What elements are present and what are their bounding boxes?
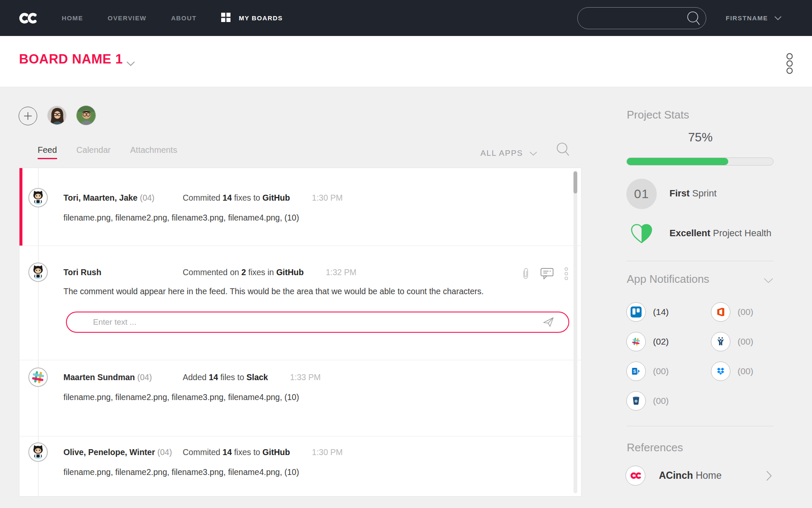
feed-item: Olive, Penelope, Winter (04) Commited 14… [19, 436, 581, 496]
notification-jira[interactable]: (00) [711, 332, 774, 351]
top-nav: HOME OVERVIEW ABOUT MY BOARDS FIRSTNAME [0, 0, 812, 36]
notification-bitbucket[interactable]: (00) [626, 391, 711, 411]
feed-list: Tori, Maarten, Jake (04) Commited 14 fix… [19, 168, 582, 497]
comment-input-box [66, 312, 569, 333]
tab-attachments[interactable]: Attachments [130, 145, 177, 159]
trello-icon [626, 302, 646, 322]
chevron-down-icon [529, 149, 537, 158]
nav-my-boards-label: MY BOARDS [239, 14, 283, 22]
svg-text:S: S [633, 369, 636, 374]
nav-item-my-boards[interactable]: MY BOARDS [221, 13, 283, 23]
nav-right: FIRSTNAME [577, 7, 782, 29]
jira-icon [711, 332, 730, 351]
reference-label: ACinch Home [659, 470, 721, 481]
bitbucket-icon [626, 391, 646, 411]
kebab-menu-icon[interactable] [564, 267, 568, 280]
boards-grid-icon [221, 13, 230, 23]
nav-item-about[interactable]: ABOUT [171, 14, 196, 22]
avatar [48, 106, 66, 125]
feed-authors: Olive, Penelope, Winter (04) [63, 447, 183, 458]
feed-files: filename.png, filename2.png, filename3.p… [19, 392, 581, 403]
app-page: HOME OVERVIEW ABOUT MY BOARDS FIRSTNAME [0, 0, 812, 508]
chevron-down-icon [774, 14, 782, 22]
feed-action: Commited 14 fixes to GitHub [183, 447, 290, 458]
project-health-label: Excellent Project Health [669, 228, 771, 239]
feed-action: Commited 14 fixes to GitHub [183, 192, 290, 203]
send-plane-icon[interactable] [543, 317, 554, 329]
progress-bar [626, 157, 774, 166]
acinch-logo-icon [625, 466, 645, 486]
member-avatar[interactable] [47, 106, 66, 125]
acinch-logo[interactable] [18, 11, 37, 26]
feed-timestamp: 1:30 PM [312, 192, 343, 203]
main-nav: HOME OVERVIEW ABOUT MY BOARDS [37, 13, 283, 23]
feed-scrollbar[interactable] [573, 171, 577, 493]
feed-timestamp: 1:33 PM [290, 372, 321, 383]
heart-icon [630, 223, 653, 246]
feed-item: Tori Rush Commented on 2 fixes in GitHub… [19, 246, 581, 360]
comment-bubble-icon[interactable] [540, 268, 554, 280]
apps-filter-label: ALL APPS [480, 149, 523, 158]
tab-calendar[interactable]: Calendar [77, 145, 111, 159]
app-notifications-grid: (14) (00) (02) [626, 302, 774, 411]
sprint-number-badge: 01 [626, 179, 657, 209]
apps-filter-dropdown[interactable]: ALL APPS [480, 149, 537, 158]
paperclip-icon[interactable] [521, 267, 530, 280]
feed-search-button[interactable] [556, 142, 570, 160]
reference-acinch-home[interactable]: ACinch Home [625, 466, 721, 486]
github-octocat-avatar [28, 188, 48, 207]
search-icon [556, 142, 570, 158]
feed-timestamp: 1:30 PM [312, 447, 343, 458]
notification-trello[interactable]: (14) [626, 302, 711, 322]
nav-item-home[interactable]: HOME [62, 14, 83, 22]
kebab-menu-icon [786, 53, 793, 74]
references-title: References [627, 441, 683, 454]
active-item-accent [19, 168, 22, 246]
sidebar-divider [627, 261, 774, 261]
user-menu[interactable]: FIRSTNAME [726, 14, 782, 22]
dropbox-icon [711, 362, 730, 381]
nav-search-box[interactable] [577, 7, 706, 29]
feed-files: filename.png, filename2.png, filename3.p… [19, 212, 581, 223]
github-octocat-avatar [28, 262, 48, 282]
nav-item-overview[interactable]: OVERVIEW [108, 14, 147, 22]
feed-files: filename.png, filename2.png, filename3.p… [19, 467, 581, 478]
progress-percent: 75% [627, 130, 774, 144]
add-member-button[interactable] [19, 107, 37, 125]
feed-item-actions [521, 267, 568, 280]
office-icon [711, 302, 730, 322]
search-icon[interactable] [686, 11, 701, 28]
feed-item: Maarten Sundman (04) Added 14 files to S… [19, 360, 581, 436]
scrollbar-thumb[interactable] [573, 171, 577, 193]
page-title: BOARD NAME 1 [19, 52, 123, 67]
member-avatar[interactable] [76, 105, 96, 125]
notification-sharepoint[interactable]: S (00) [626, 362, 711, 381]
slack-avatar [28, 367, 48, 387]
sprint-label: First Sprint [669, 188, 716, 199]
notification-slack[interactable]: (02) [626, 332, 711, 351]
tab-feed[interactable]: Feed [38, 145, 57, 159]
board-menu-button[interactable] [786, 53, 793, 76]
chevron-down-icon [126, 61, 135, 66]
project-stats-title: Project Stats [627, 108, 689, 121]
notification-office[interactable]: (00) [711, 302, 774, 322]
feed-authors: Tori Rush [63, 267, 183, 278]
chevron-down-icon [764, 278, 773, 283]
sharepoint-icon: S [626, 362, 646, 381]
feed-authors: Tori, Maarten, Jake (04) [63, 192, 183, 203]
notifications-collapse-button[interactable] [764, 277, 773, 285]
feed-comment: The comment would appear here in the fee… [19, 286, 581, 297]
user-name: FIRSTNAME [726, 14, 768, 22]
board-title-dropdown[interactable] [126, 60, 135, 68]
github-octocat-avatar [28, 442, 48, 462]
notification-dropbox[interactable]: (00) [711, 362, 774, 381]
feed-authors: Maarten Sundman (04) [63, 372, 183, 383]
feed-timestamp: 1:32 PM [326, 267, 357, 278]
feed-item: Tori, Maarten, Jake (04) Commited 14 fix… [19, 168, 581, 246]
comment-input[interactable] [67, 312, 568, 332]
slack-icon [626, 332, 646, 351]
chevron-right-icon[interactable] [766, 471, 772, 483]
feed-action: Added 14 files to Slack [183, 372, 268, 383]
app-notifications-title: App Notifications [627, 273, 709, 286]
sidebar-divider [627, 426, 774, 426]
